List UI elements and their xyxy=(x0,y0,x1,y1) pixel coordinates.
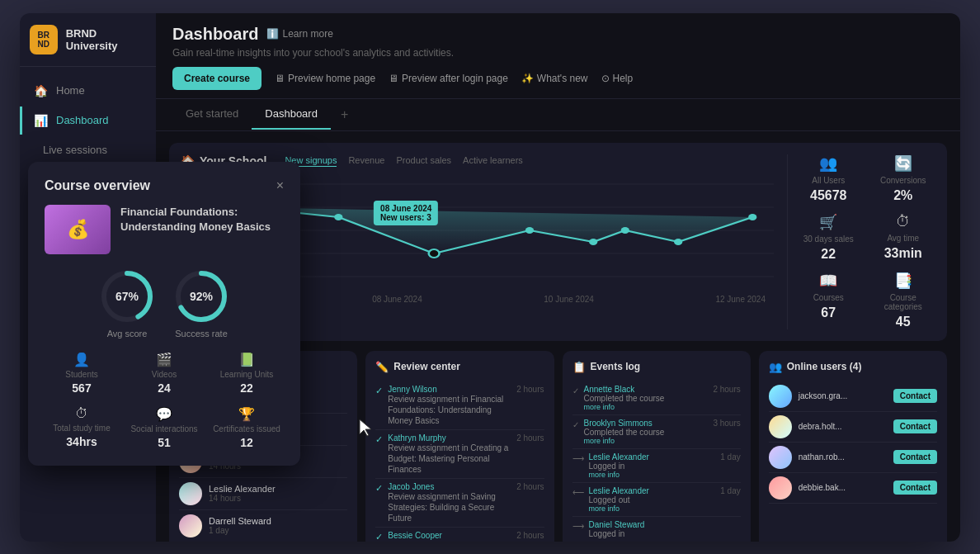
online-users-panel: 👥 Online users (4) jackson.gra... Contac… xyxy=(759,351,947,542)
event-item: ⟶ Daniel Steward Logged in xyxy=(572,517,741,542)
svg-point-6 xyxy=(334,214,342,220)
time-stat-study: ⏱ Total study time 34hrs xyxy=(45,406,119,449)
stat-value: 45678 xyxy=(810,188,847,203)
videos-icon: 🎬 xyxy=(156,352,172,367)
review-content: Jacob Jones Review assignment in Saving … xyxy=(388,482,511,523)
contact-button[interactable]: Contact xyxy=(893,450,937,464)
stat-categories: 📑 Course categories 45 xyxy=(871,272,936,329)
overlay-header: Course overview × xyxy=(45,178,284,193)
online-users-title: 👥 Online users (4) xyxy=(769,361,937,373)
gauge-label: Avg score xyxy=(107,329,148,339)
whats-new-link[interactable]: ✨ What's new xyxy=(521,73,588,84)
avatar xyxy=(769,446,792,469)
create-course-button[interactable]: Create course xyxy=(172,67,261,90)
logo-icon: BR ND xyxy=(30,25,58,54)
success-rate-gauge: 92% Success rate xyxy=(172,268,230,339)
stat-label: All Users xyxy=(812,176,845,185)
sidebar-item-label: Dashboard xyxy=(56,114,109,126)
review-content: Bessie Cooper xyxy=(388,531,511,542)
gauge-value: 67% xyxy=(115,290,139,303)
review-item: ✓ Bessie Cooper 2 hours xyxy=(375,528,544,542)
time-icon: ⏱ xyxy=(896,213,911,230)
events-log-panel: 📋 Events log ✓ Annette Black Completed t… xyxy=(563,351,751,542)
stat-label: Conversions xyxy=(880,176,926,185)
svg-point-9 xyxy=(589,239,597,245)
online-user-item: jackson.gra... Contact xyxy=(769,381,937,412)
time-label: Certificates issued xyxy=(213,424,280,433)
close-button[interactable]: × xyxy=(276,178,284,193)
review-center-title: ✏️ Review center xyxy=(375,361,544,373)
user-info: Leslie Alexander 14 hours xyxy=(209,484,347,503)
review-item: ✓ Jenny Wilson Review assignment in Fina… xyxy=(375,381,544,430)
chart-tab-revenue[interactable]: Revenue xyxy=(348,155,384,167)
mini-stat-units: 📗 Learning Units 22 xyxy=(210,352,284,395)
more-info-link[interactable]: more info xyxy=(584,403,709,411)
stat-conversions: 🔄 Conversions 2% xyxy=(871,154,936,203)
review-content: Jenny Wilson Review assignment in Financ… xyxy=(388,385,511,426)
preview-home-link[interactable]: 🖥 Preview home page xyxy=(275,73,375,84)
chart-tooltip: 08 June 2024 New users: 3 xyxy=(374,201,438,225)
stat-courses: 📖 Courses 67 xyxy=(796,272,861,329)
mini-value: 567 xyxy=(72,381,91,395)
logout-icon: ⟵ xyxy=(572,488,584,513)
contact-button[interactable]: Contact xyxy=(893,419,937,433)
avg-score-gauge: 67% Avg score xyxy=(98,268,156,339)
help-link[interactable]: ⊙ Help xyxy=(601,73,634,84)
svg-point-11 xyxy=(674,239,682,245)
check-event-icon: ✓ xyxy=(572,420,579,445)
units-icon: 📗 xyxy=(238,352,255,367)
time-label: Social interactions xyxy=(130,424,197,433)
gauge-circle: 92% xyxy=(172,268,230,325)
check-icon: ✓ xyxy=(375,483,383,523)
user-item: Darrell Steward 1 day xyxy=(179,510,347,542)
courses-stat-icon: 📖 xyxy=(819,272,837,290)
time-value: 34hrs xyxy=(66,435,97,448)
overlay-title: Course overview xyxy=(45,178,150,193)
chart-tab-sales[interactable]: Product sales xyxy=(396,155,451,167)
page-subtitle: Gain real-time insights into your school… xyxy=(172,47,944,59)
chart-tab-learners[interactable]: Active learners xyxy=(463,155,523,167)
stat-30-day-sales: 🛒 30 days sales 22 xyxy=(796,213,861,262)
contact-button[interactable]: Contact xyxy=(893,481,937,495)
more-info-link[interactable]: more info xyxy=(589,504,716,513)
learn-more-link[interactable]: ℹ️ Learn more xyxy=(266,28,332,40)
event-item: ✓ Brooklyn Simmons Completed the course … xyxy=(572,415,741,449)
avatar xyxy=(769,385,792,408)
review-icon: ✏️ xyxy=(375,361,389,373)
course-thumbnail: 💰 xyxy=(45,205,111,254)
help-icon: ⊙ xyxy=(601,73,610,84)
check-event-icon: ✓ xyxy=(572,386,579,411)
page-title: Dashboard xyxy=(172,25,258,44)
mini-label: Videos xyxy=(152,370,177,379)
more-info-link[interactable]: more info xyxy=(584,437,709,445)
chart-tabs: New signups Revenue Product sales Active… xyxy=(285,155,522,167)
stat-value: 2% xyxy=(893,188,912,203)
stat-label: Courses xyxy=(813,293,844,302)
cert-icon: 🏆 xyxy=(238,406,255,422)
tab-get-started[interactable]: Get started xyxy=(172,99,252,130)
sales-icon: 🛒 xyxy=(819,213,837,231)
online-user-name: jackson.gra... xyxy=(799,391,887,400)
online-icon: 👥 xyxy=(769,361,782,373)
stat-label: Avg time xyxy=(887,234,919,243)
contact-button[interactable]: Contact xyxy=(893,389,937,403)
svg-point-8 xyxy=(525,227,534,234)
action-bar: Create course 🖥 Preview home page 🖥 Prev… xyxy=(172,67,944,90)
add-tab-button[interactable]: + xyxy=(331,99,358,130)
sidebar-item-home[interactable]: 🏠 Home xyxy=(20,77,156,105)
tab-dashboard[interactable]: Dashboard xyxy=(252,99,331,130)
event-content: Brooklyn Simmons Completed the course mo… xyxy=(584,419,709,445)
more-info-link[interactable]: more info xyxy=(589,471,716,479)
user-info: Darrell Steward 1 day xyxy=(209,516,347,535)
time-stat-certs: 🏆 Certificates issued 12 xyxy=(210,406,284,449)
preview-login-link[interactable]: 🖥 Preview after login page xyxy=(389,73,508,84)
event-content: Leslie Alexander Logged in more info xyxy=(589,452,716,479)
stats-section: 👥 All Users 45678 🔄 Conversions 2% 🛒 30 … xyxy=(787,154,935,329)
sidebar-item-dashboard[interactable]: 📊 Dashboard xyxy=(20,107,156,135)
events-icon: 📋 xyxy=(572,361,586,373)
sidebar-item-live-sessions[interactable]: Live sessions xyxy=(20,136,156,163)
time-label: Total study time xyxy=(53,424,110,433)
tab-bar: Get started Dashboard + xyxy=(156,99,960,131)
users-icon: 👥 xyxy=(819,154,837,173)
stat-label: 30 days sales xyxy=(803,234,854,244)
